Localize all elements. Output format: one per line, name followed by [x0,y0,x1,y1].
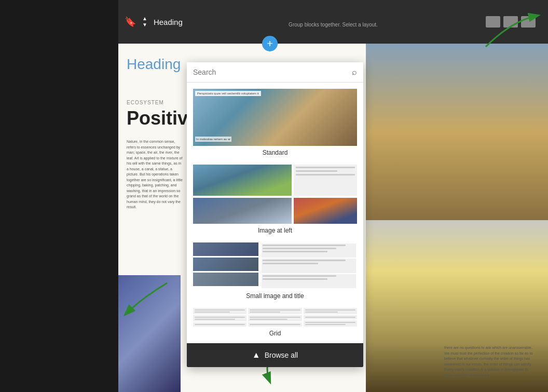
layout-picker-popup: ⌕ Perspiciatis quze veli sectemlib volup… [187,62,363,367]
grid-line-11 [305,309,355,310]
green-arrow-top-right [481,10,543,52]
layout-card-standard[interactable]: Perspiciatis quze veli sectemlib volupta… [193,89,357,156]
small-text-line-6 [263,275,336,277]
grid-line-6 [250,309,300,310]
bookmark-icon: 🔖 [125,16,136,28]
small-image-label: Small image and title [246,292,304,300]
layout-options-list: Perspiciatis quze veli sectemlib volupta… [187,83,363,343]
grid-cell-1-3 [193,322,246,327]
small-text-line-4 [263,260,346,261]
grid-thumbnail [193,308,357,327]
text-line-3 [296,174,355,175]
grid-line-8 [250,317,300,318]
small-image-thumbnail [193,242,357,289]
text-line-1 [296,167,355,168]
body-text: Nature, in the common sense, refers to e… [127,139,184,210]
small-img-3 [193,273,258,286]
small-img-2 [193,258,258,271]
arrow-down-icon[interactable]: ▼ [142,22,147,28]
right-body-text: there are no questions to ask which are … [444,345,538,378]
grid-cell-1-2 [193,315,246,321]
grid-line-13 [305,317,355,318]
grid-cell-2-2 [248,315,302,321]
grid-line-3 [195,317,245,318]
small-text-line-2 [263,248,336,249]
grid-cell-3-3 [304,320,357,327]
small-img-1 [193,242,258,256]
image-left-top-text [294,165,357,196]
standard-overlay-text: Perspiciatis quze veli sectemlib volupta… [195,91,261,96]
image-left-thumbnail [193,165,357,224]
small-text-line-1 [263,245,346,246]
image-left-bottom-img [193,198,292,224]
search-input[interactable] [193,68,352,76]
small-text-line-3 [263,251,327,252]
grid-line-10 [250,324,300,325]
image-left-top-img [193,165,292,196]
grid-col-2 [248,308,302,327]
layout-card-small-image[interactable]: Small image and title [193,242,357,300]
layout-card-grid[interactable]: Grid [193,308,357,337]
grid-cell-2-3 [248,322,302,327]
small-text-block-2 [262,259,356,273]
small-text-col [261,242,357,289]
image-left-bottom-row [193,198,357,224]
search-bar: ⌕ [187,62,363,83]
toolbar-heading-label: Heading [154,18,183,26]
grid-cell-2-1 [248,308,302,314]
arrow-up-icon[interactable]: ▲ [142,16,147,21]
grid-line-5 [195,324,245,325]
image-left-top-row [193,165,357,196]
grid-label: Grid [269,330,281,337]
standard-label: Standard [263,149,288,156]
standard-bottom-text: In molestias rertem au ar [195,137,231,142]
content-heading: Heading [118,52,189,77]
ecosystem-label: ECOSYSTEM [127,100,164,105]
grid-line-15 [305,324,346,325]
grid-line-1 [195,309,245,310]
small-text-block-1 [262,244,356,258]
grid-cell-3-2 [304,315,357,319]
toolbar-arrows: ▲ ▼ [142,16,147,28]
small-text-line-5 [263,263,318,264]
standard-thumbnail: Perspiciatis quze veli sectemlib volupta… [193,89,357,146]
image-left-label: Image at left [258,227,292,234]
grid-col-1 [193,308,246,327]
browse-all-arrow-icon: ▲ [252,350,261,360]
search-icon: ⌕ [352,67,357,76]
small-text-line-7 [263,278,327,280]
grid-cell-3-1 [304,308,357,314]
grid-line-2 [195,312,230,313]
green-arrow-bottom-left [120,278,172,319]
grid-line-4 [195,319,235,320]
plus-button[interactable]: + [262,36,278,51]
grid-line-7 [250,312,280,313]
small-text-block-3 [262,274,356,288]
small-img-col [193,242,258,289]
layout-card-image-left[interactable]: Image at left [193,165,357,234]
image-left-bottom-right-img [294,198,357,224]
grid-line-9 [250,319,287,320]
layout-hint: Group blocks together. Select a layout. [289,22,378,28]
background-landscape-1 [366,44,548,220]
text-line-2 [296,170,337,172]
grid-line-14 [305,322,355,323]
search-button[interactable]: ⌕ [352,67,357,77]
grid-line-12 [305,312,338,313]
browse-all-label: Browse all [265,351,298,359]
browse-all-button[interactable]: ▲ Browse all [187,343,363,367]
sidebar [0,0,118,392]
grid-col-3 [304,308,357,327]
grid-cell-1-1 [193,308,246,314]
